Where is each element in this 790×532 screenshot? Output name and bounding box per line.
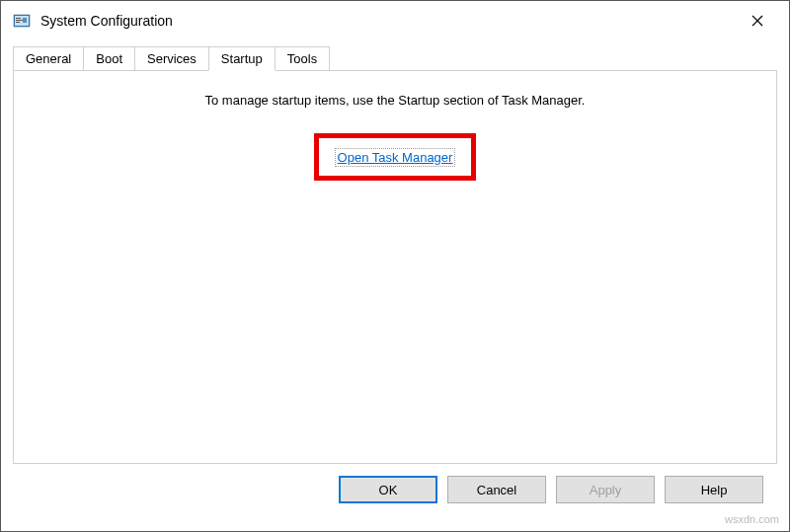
dialog-body: General Boot Services Startup Tools To m… [1, 40, 789, 531]
msconfig-icon [13, 12, 31, 30]
tab-startup[interactable]: Startup [208, 46, 276, 71]
window-title: System Configuration [40, 13, 738, 29]
help-button[interactable]: Help [665, 476, 763, 503]
apply-button: Apply [556, 476, 655, 503]
svg-rect-3 [16, 20, 23, 21]
svg-rect-4 [16, 22, 20, 23]
svg-rect-5 [23, 18, 27, 23]
cancel-button[interactable]: Cancel [447, 476, 546, 503]
open-task-manager-link[interactable]: Open Task Manager [337, 150, 454, 165]
highlight-annotation: Open Task Manager [314, 133, 477, 181]
watermark: wsxdn.com [725, 513, 779, 525]
svg-rect-2 [16, 18, 21, 19]
tab-general[interactable]: General [13, 46, 84, 70]
tab-strip: General Boot Services Startup Tools [13, 46, 777, 70]
button-bar: OK Cancel Apply Help [13, 464, 777, 519]
ok-button[interactable]: OK [339, 476, 437, 503]
tab-boot[interactable]: Boot [83, 46, 135, 70]
tab-services[interactable]: Services [134, 46, 209, 70]
tab-tools[interactable]: Tools [275, 46, 330, 70]
close-icon [751, 15, 763, 27]
close-button[interactable] [738, 6, 777, 36]
instruction-text: To manage startup items, use the Startup… [205, 93, 586, 108]
system-configuration-window: System Configuration General Boot Servic… [0, 0, 790, 532]
titlebar: System Configuration [1, 1, 789, 40]
startup-tab-content: To manage startup items, use the Startup… [13, 70, 777, 464]
